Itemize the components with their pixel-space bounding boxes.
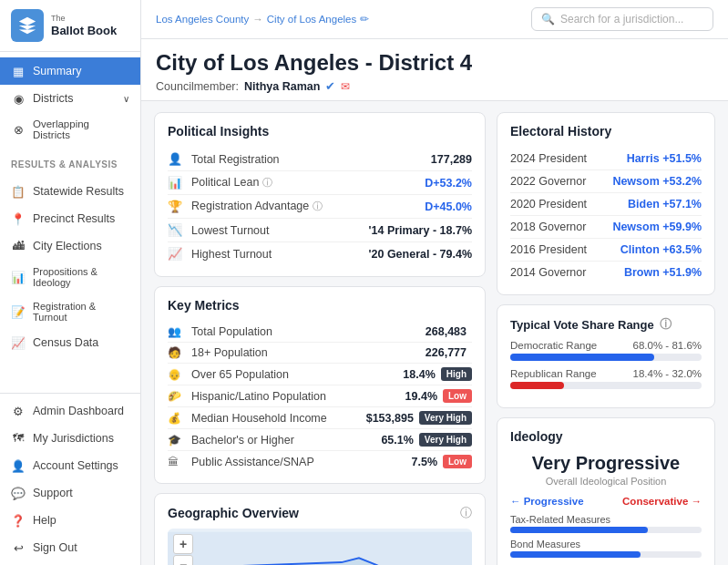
km-row-value: $153,895 — [366, 412, 414, 425]
overlapping-icon: ⊗ — [11, 122, 26, 137]
vote-share-card: Typical Vote Share Range ⓘ Democratic Ra… — [497, 304, 715, 408]
ideology-bar-bg — [510, 527, 702, 533]
electoral-history-row: 2016 President Clinton +63.5% — [510, 239, 702, 262]
metric-badge: Low — [443, 389, 472, 403]
vote-share-header: Typical Vote Share Range ⓘ — [510, 316, 702, 333]
km-row-icon: 🎓 — [168, 434, 184, 447]
sidebar-item-census[interactable]: 📈 Census Data — [0, 329, 140, 356]
metric-badge: Very High — [419, 433, 472, 447]
sidebar-item-registration[interactable]: 📝 Registration & Turnout — [0, 294, 140, 329]
km-row-icon: 🏛 — [168, 456, 184, 468]
pi-row-value: 177,289 — [431, 153, 472, 166]
electoral-history-row: 2014 Governor Brown +51.9% — [510, 262, 702, 283]
sidebar-item-statewide[interactable]: 📋 Statewide Results — [0, 178, 140, 205]
map-controls: + − — [173, 534, 193, 565]
political-insight-row: 📊 Political Lean ⓘ D+53.2% — [168, 171, 472, 195]
sidebar-item-districts[interactable]: ◉ Districts ∨ — [0, 85, 140, 112]
key-metric-row: 🧑 18+ Population 226,777 — [168, 343, 472, 364]
progressive-label: ← Progressive — [510, 496, 584, 507]
km-row-icon: 🧑 — [168, 346, 184, 359]
pi-row-label: Lowest Turnout — [191, 224, 369, 237]
sidebar-item-jurisdictions[interactable]: 🗺 My Jurisdictions — [0, 425, 140, 452]
logo-text: The Ballot Book — [51, 14, 117, 37]
pi-row-label: Highest Turnout — [191, 248, 369, 261]
sidebar-item-signout[interactable]: ↩ Sign Out — [0, 534, 140, 561]
key-metrics-title: Key Metrics — [168, 298, 472, 313]
eh-result: Newsom +53.2% — [612, 175, 702, 188]
km-row-value: 19.4% — [405, 390, 437, 403]
pi-row-value: D+45.0% — [425, 200, 472, 213]
main-content: Los Angeles County → City of Los Angeles… — [141, 0, 728, 565]
pi-row-value: D+53.2% — [425, 177, 472, 190]
sidebar-item-precinct[interactable]: 📍 Precinct Results — [0, 205, 140, 232]
pi-row-value: '20 General - 79.4% — [369, 248, 472, 261]
eh-year: 2024 President — [510, 152, 592, 165]
logo-area: The Ballot Book — [0, 0, 140, 52]
topbar: Los Angeles County → City of Los Angeles… — [141, 0, 728, 39]
conservative-label: Conservative → — [622, 496, 702, 507]
sidebar-item-propositions[interactable]: 📊 Propositions & Ideology — [0, 260, 140, 294]
sidebar-item-support[interactable]: 💬 Support — [0, 479, 140, 507]
km-row-value: 18.4% — [403, 368, 435, 381]
eh-year: 2014 Governor — [510, 266, 592, 279]
eh-result: Biden +57.1% — [628, 198, 702, 211]
electoral-history-card: Electoral History 2024 President Harris … — [497, 112, 715, 295]
precinct-icon: 📍 — [11, 211, 26, 226]
key-metric-row: 🎓 Bachelor's or Higher 65.1% Very High — [168, 429, 472, 451]
km-row-icon: 👴 — [168, 368, 184, 381]
sidebar-item-city[interactable]: 🏙 City Elections — [0, 232, 140, 260]
km-row-label: Hispanic/Latino Population — [191, 390, 405, 403]
political-insight-row: 👤 Total Registration 177,289 — [168, 148, 472, 171]
km-row-icon: 🌮 — [168, 390, 184, 403]
geographic-title: Geographic Overview — [168, 506, 299, 520]
key-metric-row: 👥 Total Population 268,483 — [168, 322, 472, 343]
eh-result: Clinton +63.5% — [620, 243, 702, 256]
km-row-label: 18+ Population — [191, 346, 426, 359]
pi-row-label: Total Registration — [191, 153, 431, 166]
sidebar-item-admin[interactable]: ⚙ Admin Dashboard — [0, 397, 140, 425]
page-subtitle: Councilmember: Nithya Raman ✔ ✉ — [156, 79, 713, 93]
km-row-value: 65.1% — [381, 434, 413, 447]
map-svg: Ca Cañada Flintridge GLENDALE BURBANK Ho… — [168, 529, 472, 565]
ideology-title: Ideology — [510, 429, 702, 444]
key-metric-row: 🌮 Hispanic/Latino Population 19.4% Low — [168, 385, 472, 407]
ideology-issue: Tax-Related Measures — [510, 514, 702, 533]
ideology-issue-label: Bond Measures — [510, 539, 702, 550]
map-zoom-in[interactable]: + — [173, 534, 193, 554]
search-icon: 🔍 — [541, 13, 555, 26]
geo-info-icon: ⓘ — [460, 505, 472, 521]
pi-row-label: Registration Advantage ⓘ — [191, 200, 425, 213]
right-column: Electoral History 2024 President Harris … — [497, 112, 715, 554]
sidebar-item-overlapping[interactable]: ⊗ Overlapping Districts — [0, 112, 140, 147]
dem-range-row: Democratic Range 68.0% - 81.6% — [510, 340, 702, 361]
sidebar: The Ballot Book ▦ Summary ◉ Districts ∨ … — [0, 0, 141, 565]
km-row-icon: 💰 — [168, 412, 184, 425]
pi-row-label: Political Lean ⓘ — [191, 176, 425, 190]
key-metric-row: 👴 Over 65 Population 18.4% High — [168, 364, 472, 385]
city-icon: 🏙 — [11, 239, 26, 253]
ideology-spectrum: ← Progressive Conservative → — [510, 496, 702, 507]
breadcrumb-county[interactable]: Los Angeles County — [156, 14, 249, 25]
ideology-bar — [510, 527, 648, 533]
political-insight-row: 📈 Highest Turnout '20 General - 79.4% — [168, 242, 472, 265]
pi-row-value: '14 Primary - 18.7% — [369, 224, 472, 237]
summary-icon: ▦ — [11, 64, 26, 78]
vote-share-info-icon: ⓘ — [660, 316, 672, 333]
breadcrumb-city[interactable]: City of Los Angeles — [267, 14, 356, 25]
eh-result: Brown +51.9% — [624, 266, 702, 279]
search-box[interactable]: 🔍 Search for a jurisdiction... — [531, 7, 713, 31]
sidebar-item-summary[interactable]: ▦ Summary — [0, 57, 140, 85]
km-row-label: Total Population — [191, 325, 426, 338]
key-metric-row: 💰 Median Household Income $153,895 Very … — [168, 407, 472, 429]
political-insights-title: Political Insights — [168, 124, 472, 139]
map-zoom-out[interactable]: − — [173, 555, 193, 565]
pi-row-icon: 📈 — [168, 247, 184, 261]
rep-bar — [510, 382, 564, 389]
dem-bar-bg — [510, 354, 702, 361]
help-icon: ❓ — [11, 513, 26, 528]
sidebar-item-help[interactable]: ❓ Help — [0, 507, 140, 534]
ideology-issue: Bond Measures — [510, 539, 702, 558]
geographic-card: Geographic Overview ⓘ + − Ca Cañada Fli — [154, 493, 486, 565]
sidebar-item-account[interactable]: 👤 Account Settings — [0, 452, 140, 479]
email-icon[interactable]: ✉ — [341, 80, 350, 93]
